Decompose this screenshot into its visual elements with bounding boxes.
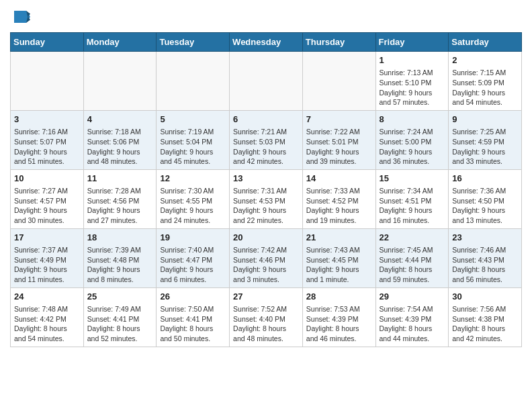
- day-info: Sunrise: 7:22 AM Sunset: 5:01 PM Dayligh…: [306, 127, 372, 167]
- page-header: [10, 7, 522, 27]
- day-info: Sunrise: 7:16 AM Sunset: 5:07 PM Dayligh…: [14, 127, 80, 167]
- day-info: Sunrise: 7:24 AM Sunset: 5:00 PM Dayligh…: [380, 127, 445, 167]
- day-number: 24: [14, 291, 80, 303]
- calendar-day-cell: 1Sunrise: 7:13 AM Sunset: 5:10 PM Daylig…: [375, 52, 449, 111]
- logo-icon: [10, 7, 30, 27]
- calendar-week-row: 17Sunrise: 7:37 AM Sunset: 4:49 PM Dayli…: [11, 228, 522, 287]
- day-info: Sunrise: 7:39 AM Sunset: 4:48 PM Dayligh…: [87, 245, 153, 285]
- calendar-day-cell: [230, 52, 303, 111]
- calendar-day-cell: 14Sunrise: 7:33 AM Sunset: 4:52 PM Dayli…: [302, 169, 375, 228]
- calendar-day-cell: 22Sunrise: 7:45 AM Sunset: 4:44 PM Dayli…: [375, 228, 449, 287]
- calendar-day-cell: 11Sunrise: 7:28 AM Sunset: 4:56 PM Dayli…: [83, 169, 157, 228]
- day-number: 11: [87, 173, 153, 185]
- weekday-header: Sunday: [11, 33, 84, 52]
- calendar-day-cell: 20Sunrise: 7:42 AM Sunset: 4:46 PM Dayli…: [230, 228, 303, 287]
- day-info: Sunrise: 7:37 AM Sunset: 4:49 PM Dayligh…: [14, 245, 80, 285]
- day-info: Sunrise: 7:31 AM Sunset: 4:53 PM Dayligh…: [233, 186, 299, 226]
- calendar-day-cell: 27Sunrise: 7:52 AM Sunset: 4:40 PM Dayli…: [230, 287, 303, 347]
- day-number: 3: [14, 113, 80, 126]
- day-number: 4: [87, 113, 153, 126]
- weekday-header: Tuesday: [157, 33, 230, 52]
- calendar-day-cell: [157, 52, 230, 111]
- calendar-day-cell: [11, 52, 84, 111]
- day-number: 8: [380, 113, 445, 126]
- calendar-day-cell: [83, 52, 157, 111]
- calendar-day-cell: 23Sunrise: 7:46 AM Sunset: 4:43 PM Dayli…: [449, 228, 522, 287]
- calendar-day-cell: 2Sunrise: 7:15 AM Sunset: 5:09 PM Daylig…: [449, 52, 522, 111]
- day-number: 16: [452, 173, 518, 185]
- day-number: 28: [306, 291, 372, 303]
- calendar-day-cell: 9Sunrise: 7:25 AM Sunset: 4:59 PM Daylig…: [449, 110, 522, 169]
- calendar-day-cell: 21Sunrise: 7:43 AM Sunset: 4:45 PM Dayli…: [302, 228, 375, 287]
- day-info: Sunrise: 7:30 AM Sunset: 4:55 PM Dayligh…: [160, 186, 226, 226]
- logo: [10, 9, 33, 27]
- day-info: Sunrise: 7:56 AM Sunset: 4:38 PM Dayligh…: [452, 304, 518, 344]
- day-number: 14: [306, 173, 372, 185]
- calendar-day-cell: 17Sunrise: 7:37 AM Sunset: 4:49 PM Dayli…: [11, 228, 84, 287]
- calendar-week-row: 10Sunrise: 7:27 AM Sunset: 4:57 PM Dayli…: [11, 169, 522, 228]
- day-info: Sunrise: 7:27 AM Sunset: 4:57 PM Dayligh…: [14, 186, 80, 226]
- day-info: Sunrise: 7:19 AM Sunset: 5:04 PM Dayligh…: [160, 127, 226, 167]
- day-number: 1: [380, 54, 445, 66]
- calendar-day-cell: 13Sunrise: 7:31 AM Sunset: 4:53 PM Dayli…: [230, 169, 303, 228]
- day-info: Sunrise: 7:49 AM Sunset: 4:41 PM Dayligh…: [87, 304, 153, 344]
- day-info: Sunrise: 7:48 AM Sunset: 4:42 PM Dayligh…: [14, 304, 80, 344]
- weekday-header: Saturday: [449, 33, 522, 52]
- day-info: Sunrise: 7:15 AM Sunset: 5:09 PM Dayligh…: [452, 68, 518, 107]
- day-info: Sunrise: 7:25 AM Sunset: 4:59 PM Dayligh…: [452, 127, 518, 167]
- weekday-header: Thursday: [302, 33, 375, 52]
- calendar-day-cell: 30Sunrise: 7:56 AM Sunset: 4:38 PM Dayli…: [449, 287, 522, 347]
- calendar-day-cell: 3Sunrise: 7:16 AM Sunset: 5:07 PM Daylig…: [11, 110, 84, 169]
- day-number: 2: [452, 54, 518, 66]
- day-number: 6: [233, 113, 299, 126]
- day-info: Sunrise: 7:42 AM Sunset: 4:46 PM Dayligh…: [233, 245, 299, 285]
- calendar-day-cell: 6Sunrise: 7:21 AM Sunset: 5:03 PM Daylig…: [230, 110, 303, 169]
- calendar-day-cell: 24Sunrise: 7:48 AM Sunset: 4:42 PM Dayli…: [11, 287, 84, 347]
- day-number: 22: [380, 232, 445, 244]
- calendar-day-cell: 29Sunrise: 7:54 AM Sunset: 4:39 PM Dayli…: [375, 287, 449, 347]
- day-info: Sunrise: 7:40 AM Sunset: 4:47 PM Dayligh…: [160, 245, 226, 285]
- day-info: Sunrise: 7:45 AM Sunset: 4:44 PM Dayligh…: [380, 245, 445, 285]
- calendar-day-cell: 18Sunrise: 7:39 AM Sunset: 4:48 PM Dayli…: [83, 228, 157, 287]
- day-number: 26: [160, 291, 226, 303]
- calendar-day-cell: 4Sunrise: 7:18 AM Sunset: 5:06 PM Daylig…: [83, 110, 157, 169]
- day-number: 30: [452, 291, 518, 303]
- day-number: 20: [233, 232, 299, 244]
- day-number: 25: [87, 291, 153, 303]
- day-number: 10: [14, 173, 80, 185]
- day-info: Sunrise: 7:43 AM Sunset: 4:45 PM Dayligh…: [306, 245, 372, 285]
- calendar-day-cell: 7Sunrise: 7:22 AM Sunset: 5:01 PM Daylig…: [302, 110, 375, 169]
- calendar-header-row: SundayMondayTuesdayWednesdayThursdayFrid…: [11, 33, 522, 52]
- calendar-week-row: 24Sunrise: 7:48 AM Sunset: 4:42 PM Dayli…: [11, 287, 522, 347]
- day-number: 29: [380, 291, 445, 303]
- day-info: Sunrise: 7:53 AM Sunset: 4:39 PM Dayligh…: [306, 304, 372, 344]
- day-info: Sunrise: 7:52 AM Sunset: 4:40 PM Dayligh…: [233, 304, 299, 344]
- calendar-day-cell: 16Sunrise: 7:36 AM Sunset: 4:50 PM Dayli…: [449, 169, 522, 228]
- day-info: Sunrise: 7:54 AM Sunset: 4:39 PM Dayligh…: [380, 304, 445, 344]
- weekday-header: Monday: [83, 33, 157, 52]
- day-number: 18: [87, 232, 153, 244]
- calendar-week-row: 3Sunrise: 7:16 AM Sunset: 5:07 PM Daylig…: [11, 110, 522, 169]
- day-info: Sunrise: 7:13 AM Sunset: 5:10 PM Dayligh…: [380, 68, 445, 107]
- calendar-day-cell: 12Sunrise: 7:30 AM Sunset: 4:55 PM Dayli…: [157, 169, 230, 228]
- day-number: 23: [452, 232, 518, 244]
- weekday-header: Friday: [375, 33, 449, 52]
- day-number: 12: [160, 173, 226, 185]
- calendar-day-cell: 19Sunrise: 7:40 AM Sunset: 4:47 PM Dayli…: [157, 228, 230, 287]
- calendar-day-cell: 26Sunrise: 7:50 AM Sunset: 4:41 PM Dayli…: [157, 287, 230, 347]
- calendar-day-cell: 10Sunrise: 7:27 AM Sunset: 4:57 PM Dayli…: [11, 169, 84, 228]
- day-number: 7: [306, 113, 372, 126]
- calendar-day-cell: [302, 52, 375, 111]
- day-info: Sunrise: 7:18 AM Sunset: 5:06 PM Dayligh…: [87, 127, 153, 167]
- day-number: 5: [160, 113, 226, 126]
- weekday-header: Wednesday: [230, 33, 303, 52]
- calendar-table: SundayMondayTuesdayWednesdayThursdayFrid…: [10, 32, 522, 347]
- day-info: Sunrise: 7:33 AM Sunset: 4:52 PM Dayligh…: [306, 186, 372, 226]
- calendar-day-cell: 28Sunrise: 7:53 AM Sunset: 4:39 PM Dayli…: [302, 287, 375, 347]
- page-container: SundayMondayTuesdayWednesdayThursdayFrid…: [0, 0, 532, 357]
- day-info: Sunrise: 7:46 AM Sunset: 4:43 PM Dayligh…: [452, 245, 518, 285]
- day-number: 9: [452, 113, 518, 126]
- day-info: Sunrise: 7:21 AM Sunset: 5:03 PM Dayligh…: [233, 127, 299, 167]
- day-number: 21: [306, 232, 372, 244]
- day-number: 13: [233, 173, 299, 185]
